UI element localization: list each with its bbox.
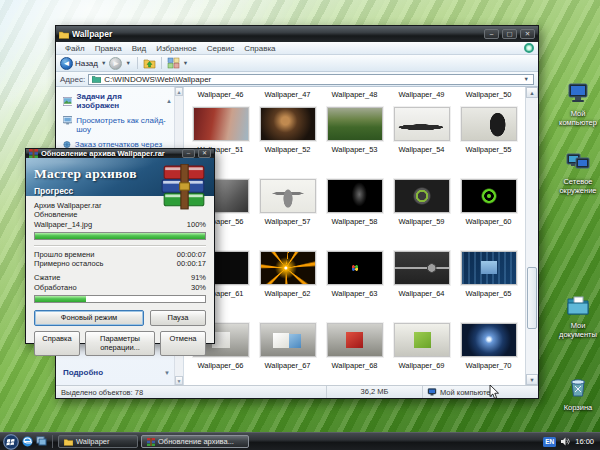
- vertical-scrollbar[interactable]: ▲ ▼: [525, 87, 538, 385]
- scroll-down-icon[interactable]: ▼: [526, 374, 538, 385]
- menu-file[interactable]: Файл: [60, 44, 90, 53]
- file-label: Wallpaper_60: [466, 217, 512, 226]
- scroll-down-icon[interactable]: ▼: [175, 376, 183, 385]
- toolbar-separator: [161, 57, 162, 69]
- file-label[interactable]: Wallpaper_49: [388, 90, 455, 99]
- desktop-icon-my-documents[interactable]: Мои документы: [552, 294, 600, 339]
- file-item[interactable]: Wallpaper_62: [254, 247, 321, 319]
- file-item[interactable]: Wallpaper_55: [455, 103, 522, 175]
- desktop-icon-my-computer[interactable]: Мой компьютер: [552, 82, 600, 127]
- stat-value: 91%: [191, 273, 206, 283]
- file-item[interactable]: Wallpaper_52: [254, 103, 321, 175]
- file-item[interactable]: Wallpaper_59: [388, 175, 455, 247]
- dialog-titlebar[interactable]: Обновление архива Wallpaper.rar – ✕: [26, 149, 214, 158]
- back-dropdown-icon[interactable]: ▼: [101, 60, 106, 66]
- file-item[interactable]: Wallpaper_54: [388, 103, 455, 175]
- file-item[interactable]: Wallpaper_69: [388, 319, 455, 385]
- status-size: 36,2 МБ: [326, 386, 422, 398]
- file-item[interactable]: Wallpaper_60: [455, 175, 522, 247]
- toolbar-separator: [137, 57, 138, 69]
- scroll-up-icon[interactable]: ▲: [526, 87, 538, 98]
- menu-edit[interactable]: Правка: [90, 44, 127, 53]
- file-progress-bar: [34, 232, 206, 240]
- file-item[interactable]: Wallpaper_70: [455, 319, 522, 385]
- back-button-label[interactable]: Назад: [75, 59, 98, 68]
- file-item[interactable]: Wallpaper_64: [388, 247, 455, 319]
- file-label: Wallpaper_59: [399, 217, 445, 226]
- file-label[interactable]: Wallpaper_50: [455, 90, 522, 99]
- thumbnail-image: [461, 323, 517, 357]
- file-item[interactable]: Wallpaper_58: [321, 175, 388, 247]
- details-panel-header[interactable]: Подробно ▼: [63, 368, 170, 377]
- stat-label: Сжатие: [34, 273, 60, 283]
- desktop-icon-recycle-bin[interactable]: Корзина: [552, 376, 600, 413]
- thumbnail-image: [461, 251, 517, 285]
- views-button[interactable]: [167, 57, 180, 69]
- views-dropdown-icon[interactable]: ▼: [183, 60, 188, 66]
- stat-label: Прошло времени: [34, 250, 94, 260]
- pause-button[interactable]: Пауза: [150, 310, 206, 326]
- thumbnail-image: [327, 323, 383, 357]
- chevron-up-icon[interactable]: ▲: [166, 98, 172, 104]
- cancel-button[interactable]: Отмена: [160, 331, 206, 356]
- file-label[interactable]: Wallpaper_48: [321, 90, 388, 99]
- address-dropdown-icon[interactable]: ▼: [524, 76, 529, 82]
- picture-tasks-header[interactable]: Задачи для изображен ▲: [63, 92, 172, 110]
- explorer-titlebar[interactable]: Wallpaper – ▢ ✕: [56, 26, 538, 42]
- winrar-icon: [147, 438, 155, 446]
- scrollbar-thumb[interactable]: [527, 267, 537, 329]
- task-button-wallpaper[interactable]: Wallpaper: [58, 435, 138, 448]
- file-item[interactable]: Wallpaper_57: [254, 175, 321, 247]
- file-label: Wallpaper_54: [399, 145, 445, 154]
- menu-help[interactable]: Справка: [239, 44, 280, 53]
- forward-dropdown-icon[interactable]: ▼: [125, 60, 130, 66]
- file-label[interactable]: Wallpaper_47: [254, 90, 321, 99]
- help-button[interactable]: Справка: [34, 331, 80, 356]
- forward-button[interactable]: ►: [109, 57, 122, 70]
- close-button[interactable]: ✕: [520, 29, 535, 39]
- file-label: Wallpaper_64: [399, 289, 445, 298]
- file-label: Wallpaper_55: [466, 145, 512, 154]
- menu-view[interactable]: Вид: [127, 44, 151, 53]
- file-label[interactable]: Wallpaper_46: [187, 90, 254, 99]
- address-input[interactable]: C:\WINDOWS\Web\Wallpaper ▼: [88, 74, 534, 85]
- total-progress-bar: [34, 295, 206, 303]
- my-documents-icon: [566, 294, 590, 316]
- menu-tools[interactable]: Сервис: [202, 44, 239, 53]
- stat-value: 00:00:07: [177, 250, 206, 260]
- quicklaunch-browser-icon[interactable]: [22, 436, 33, 447]
- task-button-archive[interactable]: Обновление архива...: [141, 435, 249, 448]
- volume-icon[interactable]: [561, 437, 570, 446]
- address-bar: Адрес: C:\WINDOWS\Web\Wallpaper ▼: [56, 72, 538, 87]
- chevron-down-icon[interactable]: ▼: [164, 370, 170, 376]
- file-item[interactable]: Wallpaper_63: [321, 247, 388, 319]
- task-slideshow-link[interactable]: Просмотреть как слайд-шоу: [63, 116, 172, 134]
- minimize-button[interactable]: –: [182, 149, 195, 158]
- taskbar: Wallpaper Обновление архива... EN 16:00: [0, 432, 600, 450]
- start-button[interactable]: [3, 434, 19, 450]
- file-item[interactable]: Wallpaper_68: [321, 319, 388, 385]
- file-item[interactable]: Wallpaper_67: [254, 319, 321, 385]
- background-mode-button[interactable]: Фоновый режим: [34, 310, 144, 326]
- operation-options-button[interactable]: Параметры операции...: [85, 331, 155, 356]
- quicklaunch-show-desktop-icon[interactable]: [36, 436, 47, 447]
- menu-favorites[interactable]: Избранное: [151, 44, 202, 53]
- file-label: Wallpaper_66: [198, 361, 244, 370]
- close-button[interactable]: ✕: [198, 149, 211, 158]
- up-folder-button[interactable]: [143, 57, 156, 69]
- back-button[interactable]: ◄: [60, 57, 73, 70]
- minimize-button[interactable]: –: [484, 29, 499, 39]
- thumbnail-image: [461, 179, 517, 213]
- file-item[interactable]: Wallpaper_65: [455, 247, 522, 319]
- scroll-up-icon[interactable]: ▲: [175, 87, 183, 96]
- status-bar: Выделено объектов: 78 36,2 МБ Мой компью…: [56, 385, 538, 398]
- language-indicator[interactable]: EN: [543, 437, 556, 447]
- maximize-button[interactable]: ▢: [502, 29, 517, 39]
- stat-label: Примерно осталось: [34, 259, 103, 269]
- status-selected-count: Выделено объектов: 78: [56, 388, 326, 397]
- operation-name: Обновление: [34, 210, 206, 219]
- file-item[interactable]: Wallpaper_53: [321, 103, 388, 175]
- desktop-icon-network[interactable]: Сетевое окружение: [552, 150, 600, 195]
- recycle-bin-icon: [567, 376, 589, 398]
- file-label: Wallpaper_53: [332, 145, 378, 154]
